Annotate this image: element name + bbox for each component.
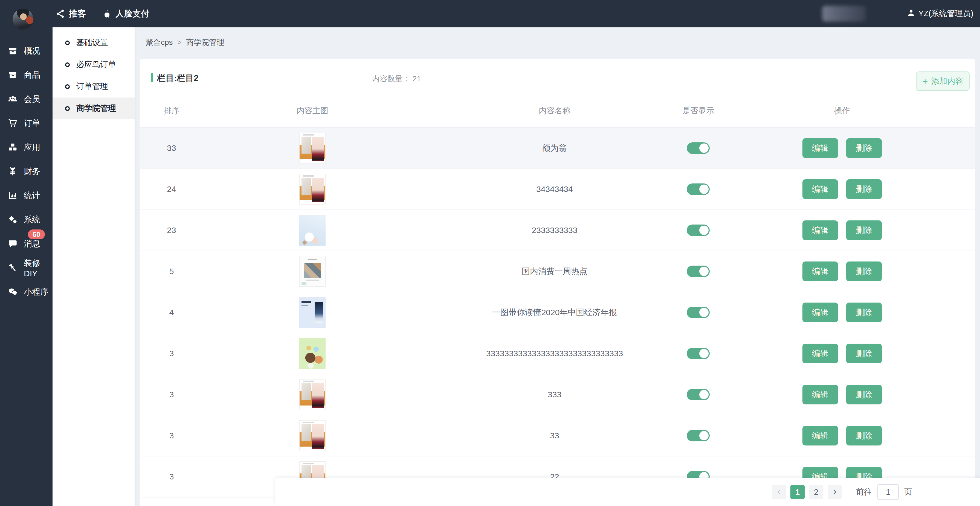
row-content-name: 国内消费一周热点 xyxy=(433,266,676,277)
sidebar-item-overview[interactable]: 概况 xyxy=(0,39,52,63)
submenu-item-basic-settings[interactable]: 基础设置 xyxy=(52,32,135,54)
title-accent-bar xyxy=(151,73,153,82)
table-row: 3333编辑删除 xyxy=(140,374,975,415)
top-menu-item-face-pay[interactable]: 人脸支付 xyxy=(102,8,150,19)
row-sort-value: 3 xyxy=(151,349,192,358)
add-content-button[interactable]: + 添加内容 xyxy=(916,72,970,91)
delete-button[interactable]: 删除 xyxy=(846,344,882,363)
content-thumbnail-fashion-collage xyxy=(299,174,326,204)
delete-button[interactable]: 删除 xyxy=(846,138,882,158)
content-thumbnail-cartoon-green xyxy=(299,338,326,369)
sidebar-item-apps[interactable]: 应用 xyxy=(0,135,52,160)
page-button-1[interactable]: 1 xyxy=(791,485,805,499)
sidebar-item-decorate-diy[interactable]: 装修DIY xyxy=(0,256,52,280)
delete-button[interactable]: 删除 xyxy=(846,303,882,322)
sidebar-item-finance[interactable]: 财务 xyxy=(0,160,52,184)
visibility-toggle-on[interactable] xyxy=(687,225,710,236)
edit-button[interactable]: 编辑 xyxy=(802,220,838,240)
visibility-toggle-on[interactable] xyxy=(687,306,710,318)
row-thumb-cell xyxy=(192,256,433,287)
row-content-name: 333333333333333333333333333333 xyxy=(433,349,676,358)
content-thumbnail-phone-promo xyxy=(299,297,326,328)
submenu-item-label: 必应鸟订单 xyxy=(76,59,116,70)
sidebar-item-mini-program[interactable]: 小程序 xyxy=(0,280,52,304)
sidebar-item-label: 消息 xyxy=(24,238,40,249)
edit-button[interactable]: 编辑 xyxy=(802,303,838,322)
content-thumbnail-news-poster xyxy=(299,256,326,287)
visibility-toggle-on[interactable] xyxy=(687,184,710,195)
visibility-toggle-on[interactable] xyxy=(687,348,710,359)
row-thumb-cell xyxy=(192,338,433,369)
sidebar-item-label: 小程序 xyxy=(24,286,48,298)
sidebar-item-label: 装修DIY xyxy=(24,258,52,278)
redacted-text-blur xyxy=(822,6,866,22)
row-visible-cell xyxy=(676,225,720,236)
circle-bullet-icon xyxy=(65,106,70,111)
content-count-label: 内容数量： xyxy=(372,75,410,83)
edit-button[interactable]: 编辑 xyxy=(802,179,838,199)
row-actions-cell: 编辑删除 xyxy=(720,426,964,445)
visibility-toggle-on[interactable] xyxy=(687,430,710,441)
sidebar-item-members[interactable]: 会员 xyxy=(0,87,52,111)
edit-button[interactable]: 编辑 xyxy=(802,344,838,363)
gears-icon xyxy=(8,215,18,224)
submenu-item-label: 订单管理 xyxy=(76,81,108,92)
row-visible-cell xyxy=(676,389,720,400)
breadcrumb-item: 商学院管理 xyxy=(186,37,224,48)
submenu-item-business-school[interactable]: 商学院管理 xyxy=(52,97,135,120)
content-card: 栏目:栏目2 内容数量： 21 + 添加内容 排序内容主图内容名称是否显示操作 … xyxy=(140,59,975,506)
edit-button[interactable]: 编辑 xyxy=(802,385,838,404)
cart-icon xyxy=(8,118,18,128)
sidebar-item-label: 订单 xyxy=(24,118,40,129)
sidebar-item-orders[interactable]: 订单 xyxy=(0,111,52,135)
goto-page: 前往 页 xyxy=(856,484,912,500)
visibility-toggle-on[interactable] xyxy=(687,142,710,154)
chart-icon xyxy=(8,191,18,200)
row-sort-value: 23 xyxy=(151,226,192,235)
edit-button[interactable]: 编辑 xyxy=(802,426,838,445)
circle-bullet-icon xyxy=(65,84,70,89)
table-row: 2434343434编辑删除 xyxy=(140,169,975,210)
delete-button[interactable]: 删除 xyxy=(846,385,882,404)
submenu-item-biyingniao-orders[interactable]: 必应鸟订单 xyxy=(52,54,135,75)
column-header: 排序 xyxy=(151,105,192,117)
table-row: 232333333333编辑删除 xyxy=(140,210,975,251)
goto-label: 前往 xyxy=(856,487,872,498)
row-content-name: 34343434 xyxy=(433,185,676,194)
edit-button[interactable]: 编辑 xyxy=(802,138,838,158)
apple-icon xyxy=(102,9,111,18)
row-visible-cell xyxy=(676,266,720,277)
delete-button[interactable]: 删除 xyxy=(846,262,882,281)
sidebar-item-messages[interactable]: 消息60 xyxy=(0,231,52,256)
edit-button[interactable]: 编辑 xyxy=(802,262,838,281)
row-actions-cell: 编辑删除 xyxy=(720,138,964,158)
row-sort-value: 3 xyxy=(151,431,192,440)
user-avatar[interactable] xyxy=(13,9,33,30)
main-sidebar: 概况商品会员订单应用财务统计系统消息60装修DIY小程序 xyxy=(0,0,52,506)
prev-page-button chevron-left-icon[interactable]: ‹ xyxy=(772,485,786,499)
row-content-name: 33 xyxy=(433,431,676,440)
column-header: 是否显示 xyxy=(676,105,720,117)
breadcrumb-item[interactable]: 聚合cps xyxy=(146,37,173,48)
goto-page-input[interactable] xyxy=(877,484,899,500)
row-content-name: 一图带你读懂2020年中国经济年报 xyxy=(433,307,676,318)
delete-button[interactable]: 删除 xyxy=(846,220,882,240)
page-button-2[interactable]: 2 xyxy=(809,485,823,499)
sidebar-item-label: 系统 xyxy=(24,214,40,225)
delete-button[interactable]: 删除 xyxy=(846,179,882,199)
table-row: 5国内消费一周热点编辑删除 xyxy=(140,251,975,292)
breadcrumb-separator: > xyxy=(177,38,182,47)
top-menu-item-tuike[interactable]: 推客 xyxy=(56,8,86,19)
table-row: 33额为翁编辑删除 xyxy=(140,128,975,169)
row-sort-value: 5 xyxy=(151,267,192,276)
visibility-toggle-on[interactable] xyxy=(687,266,710,277)
user-menu[interactable]: YZ(系统管理员) xyxy=(907,8,974,19)
sidebar-item-system[interactable]: 系统 xyxy=(0,208,52,231)
visibility-toggle-on[interactable] xyxy=(687,389,710,400)
delete-button[interactable]: 删除 xyxy=(846,426,882,445)
sidebar-item-stats[interactable]: 统计 xyxy=(0,184,52,208)
column-header: 内容主图 xyxy=(192,105,433,117)
next-page-button chevron-right-icon[interactable]: › xyxy=(827,485,842,499)
submenu-item-order-management[interactable]: 订单管理 xyxy=(52,75,135,97)
sidebar-item-goods[interactable]: 商品 xyxy=(0,63,52,87)
